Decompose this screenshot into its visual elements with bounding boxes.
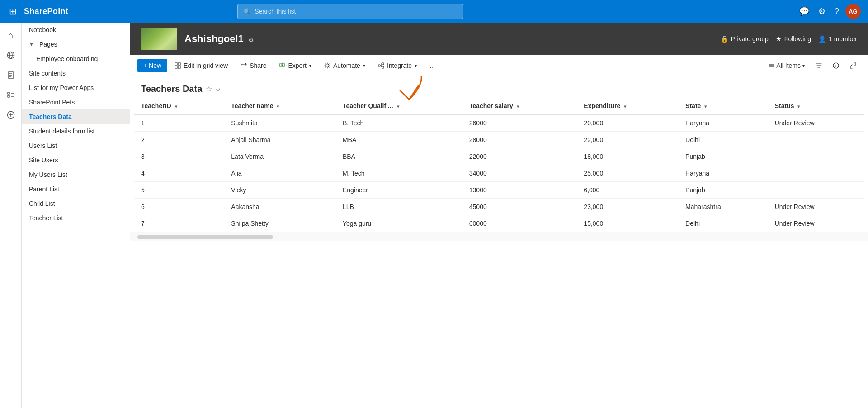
more-button[interactable]: ... [424,59,440,72]
col-header-state[interactable]: State ▾ [678,98,768,114]
following-button[interactable]: ★ Following [776,35,811,43]
star-favorite-icon[interactable]: ☆ [206,85,212,93]
sidebar-item-pages[interactable]: ▼ Pages [22,37,130,52]
sidebar-item-site-contents[interactable]: Site contents [22,66,130,81]
cell-teacher-name: Anjali Sharma [224,132,335,148]
col-header-expenditure[interactable]: Expenditure ▾ [576,98,678,114]
new-button[interactable]: + New [137,59,167,72]
sidebar-item-site-users[interactable]: Site Users [22,153,130,167]
cell-teacher-name: Alia [224,165,335,182]
site-name: Ashishgoel1 [184,33,244,44]
table-row[interactable]: 2 Anjali Sharma MBA 28000 22,000 Delhi [134,132,864,148]
cell-teacher-id: 4 [134,165,224,182]
rail-home[interactable]: ⌂ [2,26,20,44]
sort-icon-status: ▾ [797,104,800,109]
svg-rect-14 [175,63,177,65]
table-row[interactable]: 3 Lata Verma BBA 22000 18,000 Punjab [134,148,864,165]
chevron-down-icon: ▼ [29,42,34,47]
cell-teacher-name: Sushmita [224,114,335,132]
sidebar-item-label: Student details form list [29,128,95,135]
data-table: TeacherID ▾ Teacher name ▾ Teacher Quali… [134,98,864,232]
table-row[interactable]: 4 Alia M. Tech 34000 25,000 Haryana [134,165,864,182]
cell-state: Haryana [678,114,768,132]
app-body: ⌂ Notebook ▼ Pages Employee onboarding S… [0,23,868,408]
search-input[interactable] [255,8,458,15]
sidebar-item-power-apps[interactable]: List for my Power Apps [22,81,130,95]
cell-teacher-id: 2 [134,132,224,148]
site-settings-icon[interactable]: ⚙ [248,36,254,43]
sidebar-item-label: Teachers Data [29,113,72,120]
settings-icon[interactable]: ⚙ [816,4,828,19]
sidebar-item-sharepoint-pets[interactable]: SharePoint Pets [22,95,130,109]
cell-status [768,148,864,165]
lock-icon: 🔒 [721,35,728,43]
cell-expenditure: 23,000 [576,199,678,215]
col-header-qualification[interactable]: Teacher Qualifi... ▾ [335,98,462,114]
app-logo: SharePoint [24,7,68,16]
col-header-salary[interactable]: Teacher salary ▾ [462,98,577,114]
integrate-button[interactable]: Integrate ▾ [373,59,422,72]
rail-add[interactable] [2,106,20,124]
info-button[interactable]: i [828,60,844,71]
rail-globe[interactable] [2,46,20,64]
col-header-status[interactable]: Status ▾ [768,98,864,114]
col-header-teacher-name[interactable]: Teacher name ▾ [224,98,335,114]
cell-state: Delhi [678,132,768,148]
scrollbar-area [130,232,868,241]
waffle-icon[interactable]: ⊞ [7,4,19,19]
export-button[interactable]: Export ▾ [274,59,316,72]
rail-list[interactable] [2,86,20,104]
cell-salary: 34000 [462,165,577,182]
cell-status [768,132,864,148]
col-header-teacher-id[interactable]: TeacherID ▾ [134,98,224,114]
feedback-icon[interactable]: 💬 [797,4,812,19]
sidebar-item-label: Employee onboarding [36,55,98,62]
rail-page[interactable] [2,66,20,84]
expand-button[interactable] [845,60,861,71]
svg-text:i: i [835,64,836,68]
sidebar-item-label: My Users List [29,171,67,178]
sidebar-item-teachers-data[interactable]: Teachers Data [22,109,130,124]
all-items-dropdown[interactable]: All Items ▾ [764,59,809,72]
cell-expenditure: 20,000 [576,114,678,132]
sidebar-item-users-list[interactable]: Users List [22,138,130,153]
sidebar-item-notebook[interactable]: Notebook [22,23,130,37]
table-row[interactable]: 6 Aakansha LLB 45000 23,000 Maharashtra … [134,199,864,215]
site-header-right: 🔒 Private group ★ Following 👤 1 member [721,35,857,43]
table-row[interactable]: 1 Sushmita B. Tech 26000 20,000 Haryana … [134,114,864,132]
private-group-badge[interactable]: 🔒 Private group [721,35,769,43]
filter-button[interactable] [811,60,826,71]
table-row[interactable]: 5 Vicky Engineer 13000 6,000 Punjab [134,182,864,199]
help-icon[interactable]: ? [832,4,842,19]
automate-button[interactable]: Automate ▾ [319,59,371,72]
cell-qualification: M. Tech [335,165,462,182]
avatar[interactable]: AG [845,4,861,19]
cell-salary: 60000 [462,215,577,232]
members-badge[interactable]: 👤 1 member [818,35,857,43]
sidebar-item-student-details[interactable]: Student details form list [22,124,130,138]
sort-icon-salary: ▾ [517,104,519,109]
cell-salary: 45000 [462,199,577,215]
status-circle-icon[interactable]: ○ [216,85,220,93]
sidebar-item-employee-onboarding[interactable]: Employee onboarding [22,52,130,66]
cell-state: Punjab [678,148,768,165]
cell-status: Under Review [768,114,864,132]
table-row[interactable]: 7 Shilpa Shetty Yoga guru 60000 15,000 D… [134,215,864,232]
edit-grid-button[interactable]: Edit in grid view [169,59,233,72]
sidebar-item-teacher-list[interactable]: Teacher List [22,211,130,225]
sidebar-item-my-users-list[interactable]: My Users List [22,167,130,182]
sidebar-item-child-list[interactable]: Child List [22,196,130,211]
automate-label: Automate [333,62,360,69]
sidebar-item-label: SharePoint Pets [29,99,75,106]
cell-status [768,165,864,182]
horizontal-scrollbar[interactable] [137,235,273,239]
cell-teacher-id: 6 [134,199,224,215]
export-label: Export [288,62,306,69]
list-title: Teachers Data [141,84,202,94]
cell-status: Under Review [768,215,864,232]
share-button[interactable]: Share [235,59,272,72]
cell-teacher-name: Aakansha [224,199,335,215]
sidebar-item-parent-list[interactable]: Parent List [22,182,130,196]
svg-rect-16 [175,66,177,68]
table-header-row: TeacherID ▾ Teacher name ▾ Teacher Quali… [134,98,864,114]
